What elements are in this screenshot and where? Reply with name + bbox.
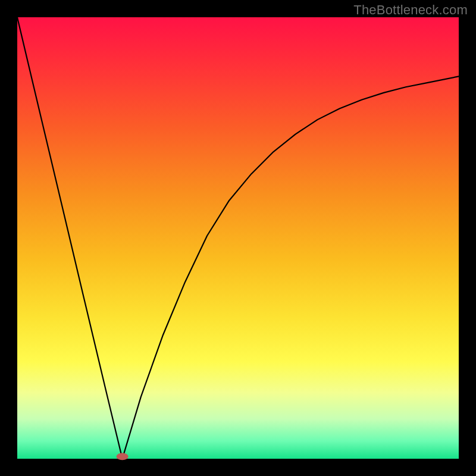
minimum-marker — [117, 453, 129, 460]
watermark-text: TheBottleneck.com — [353, 2, 468, 18]
chart-frame: TheBottleneck.com — [0, 0, 476, 476]
gradient-background — [17, 17, 459, 459]
bottleneck-chart — [0, 0, 476, 476]
